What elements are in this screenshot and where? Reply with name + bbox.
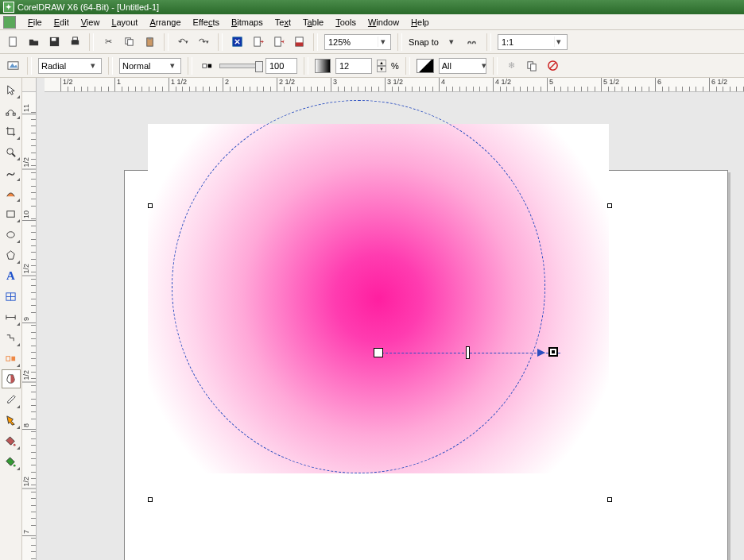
text-tool[interactable]: A <box>2 266 21 285</box>
pick-tool[interactable] <box>2 80 21 99</box>
gradient-swatch-icon[interactable] <box>417 59 434 73</box>
paste-button[interactable] <box>141 34 157 50</box>
copy-properties-button[interactable] <box>525 58 541 74</box>
ellipse-tool[interactable] <box>2 225 21 244</box>
menu-help[interactable]: Help <box>406 16 434 29</box>
chevron-down-icon: ▾ <box>87 60 99 71</box>
copy-button[interactable] <box>121 34 137 50</box>
smart-fill-tool[interactable] <box>2 183 21 203</box>
ruler-h-tick: 6 <box>655 78 661 92</box>
ruler-h-tick: 3 <box>331 78 337 92</box>
outline-tool[interactable] <box>2 411 21 430</box>
ruler-v-tick: 7 <box>22 530 37 536</box>
ruler-v-tick: 8 <box>22 423 37 430</box>
slider-thumb[interactable] <box>255 61 263 72</box>
shape-tool[interactable] <box>2 101 21 120</box>
zoom-combo[interactable]: 125%▾ <box>324 34 391 50</box>
blend-tool[interactable] <box>2 349 21 368</box>
publish-pdf-button[interactable] <box>291 34 307 50</box>
transparency-value[interactable]: 100 <box>265 58 297 74</box>
menu-tools[interactable]: Tools <box>331 16 361 29</box>
svg-line-20 <box>550 63 556 69</box>
svg-line-24 <box>12 153 15 156</box>
gradient-boundary-ellipse[interactable] <box>172 100 545 473</box>
svg-rect-6 <box>127 40 133 46</box>
angle-value[interactable]: 12 <box>335 58 372 74</box>
ruler-v-tick: 11 <box>22 104 37 114</box>
chevron-down-icon: ▾ <box>167 60 178 71</box>
menu-table[interactable]: Table <box>298 16 328 29</box>
transparency-tool[interactable] <box>2 369 21 388</box>
spinner-up[interactable]: ▲ <box>377 60 386 66</box>
rectangle-tool[interactable] <box>2 204 21 223</box>
svg-point-35 <box>14 443 16 446</box>
blend-combo[interactable]: Normal▾ <box>119 58 181 74</box>
search-content-button[interactable] <box>229 34 245 50</box>
svg-rect-22 <box>13 113 15 115</box>
ruler-origin[interactable] <box>22 78 37 92</box>
selection-handle-br[interactable] <box>607 497 612 502</box>
fill-type-combo[interactable]: Radial▾ <box>38 58 102 74</box>
open-button[interactable] <box>25 34 41 50</box>
svg-point-23 <box>7 148 14 154</box>
connector-tool[interactable] <box>2 328 21 347</box>
menu-layout[interactable]: Layout <box>107 16 142 29</box>
menu-window[interactable]: Window <box>363 16 404 29</box>
menu-text[interactable]: Text <box>270 16 296 29</box>
ruler-v-tick: 9 <box>22 317 37 323</box>
gradient-start-node[interactable] <box>374 348 383 357</box>
clear-transparency-button[interactable] <box>545 58 561 74</box>
transparency-midpoint-icon <box>199 58 215 74</box>
selection-handle-bl[interactable] <box>148 497 153 502</box>
zoom-value: 125% <box>328 37 351 47</box>
selection-handle-tr[interactable] <box>607 203 612 208</box>
svg-rect-18 <box>531 64 537 71</box>
selection-handle-tl[interactable] <box>148 203 153 208</box>
transparency-slider[interactable] <box>219 64 261 68</box>
menu-edit[interactable]: Edit <box>49 16 74 29</box>
export-button[interactable] <box>270 34 286 50</box>
fill-tool[interactable] <box>2 431 21 450</box>
import-button[interactable] <box>250 34 265 50</box>
ratio-combo[interactable]: 1:1▾ <box>498 34 568 50</box>
svg-rect-2 <box>51 38 56 41</box>
redo-button[interactable]: ↷▾ <box>196 34 211 50</box>
new-button[interactable] <box>5 34 21 50</box>
undo-button[interactable]: ↶▾ <box>175 34 191 50</box>
menu-effects[interactable]: Effects <box>188 16 224 29</box>
horizontal-ruler[interactable]: 1/211 1/222 1/233 1/244 1/255 1/266 1/2 <box>45 78 744 92</box>
save-button[interactable] <box>46 34 62 50</box>
apply-target-combo[interactable]: All▾ <box>439 58 486 74</box>
menu-file[interactable]: File <box>23 16 47 29</box>
drawing-canvas[interactable] <box>37 92 744 560</box>
svg-rect-8 <box>148 37 151 40</box>
print-button[interactable] <box>67 34 83 50</box>
dimension-tool[interactable] <box>2 307 21 326</box>
svg-rect-13 <box>295 42 302 46</box>
menu-view[interactable]: View <box>76 16 105 29</box>
gradient-preview-icon <box>315 59 331 73</box>
document-icon[interactable] <box>3 16 16 29</box>
svg-rect-33 <box>6 356 10 361</box>
vertical-ruler[interactable]: 111/2101/291/281/271/2 <box>22 92 37 560</box>
fill-type-icon[interactable] <box>5 58 21 74</box>
window-title: CorelDRAW X6 (64-Bit) - [Untitled-1] <box>17 2 159 12</box>
crop-tool[interactable] <box>2 122 21 141</box>
gradient-midpoint-node[interactable] <box>466 346 470 359</box>
svg-rect-25 <box>7 210 14 217</box>
menu-arrange[interactable]: Arrange <box>145 16 185 29</box>
polygon-tool[interactable] <box>2 245 21 265</box>
spinner-down[interactable]: ▼ <box>377 66 386 72</box>
zoom-tool[interactable] <box>2 142 21 161</box>
svg-rect-0 <box>9 37 15 46</box>
snap-dropdown[interactable]: ▾ <box>444 34 459 50</box>
freeze-button: ❄ <box>504 58 520 74</box>
eyedropper-tool[interactable] <box>2 390 21 409</box>
table-tool[interactable] <box>2 287 21 306</box>
interactive-fill-tool[interactable] <box>2 452 21 471</box>
snap-options-button[interactable] <box>464 34 480 50</box>
cut-button[interactable]: ✂ <box>100 34 116 50</box>
freehand-tool[interactable] <box>2 163 21 182</box>
gradient-end-node[interactable] <box>548 347 558 357</box>
menu-bitmaps[interactable]: Bitmaps <box>227 16 268 29</box>
